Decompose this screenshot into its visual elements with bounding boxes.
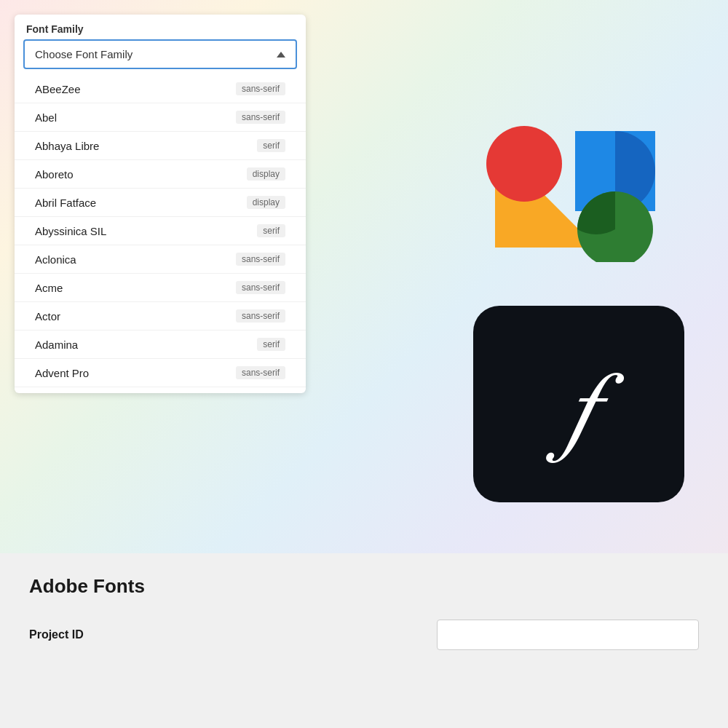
svg-point-1 bbox=[486, 126, 562, 202]
project-id-row: Project ID bbox=[29, 620, 699, 650]
font-list: ABeeZeesans-serifAbelsans-serifAbhaya Li… bbox=[15, 75, 306, 393]
fontspring-f-icon: 𝑓 bbox=[565, 357, 593, 459]
adobe-fonts-title: Adobe Fonts bbox=[29, 575, 699, 598]
font-name: Abhaya Libre bbox=[35, 140, 99, 152]
font-name: Abril Fatface bbox=[35, 197, 96, 209]
font-name: Acme bbox=[35, 282, 63, 294]
font-family-panel: Font Family Choose Font Family ABeeZeesa… bbox=[15, 15, 306, 393]
font-category-badge: sans-serif bbox=[236, 309, 285, 323]
font-category-badge: sans-serif bbox=[236, 253, 285, 266]
chevron-up-icon bbox=[277, 52, 285, 58]
font-name: Abel bbox=[35, 111, 57, 124]
font-category-badge: serif bbox=[257, 338, 285, 351]
font-name: Aclonica bbox=[35, 253, 76, 266]
font-list-item[interactable]: Acmesans-serif bbox=[15, 274, 306, 302]
font-list-item[interactable]: Abyssinica SILserif bbox=[15, 217, 306, 245]
font-category-badge: sans-serif bbox=[236, 366, 285, 379]
font-family-label: Font Family bbox=[15, 15, 306, 39]
font-name: Aboreto bbox=[35, 168, 74, 181]
project-id-input[interactable] bbox=[437, 620, 699, 650]
font-name: Adamina bbox=[35, 339, 78, 351]
font-category-badge: serif bbox=[257, 139, 285, 152]
font-list-item[interactable]: Aboretodisplay bbox=[15, 160, 306, 189]
font-category-badge: sans-serif bbox=[236, 111, 285, 124]
dropdown-placeholder-text: Choose Font Family bbox=[35, 48, 132, 60]
font-list-item[interactable]: Abelsans-serif bbox=[15, 103, 306, 132]
font-category-badge: sans-serif bbox=[236, 281, 285, 294]
bottom-section: Adobe Fonts Project ID bbox=[0, 553, 728, 728]
font-name: Abyssinica SIL bbox=[35, 225, 106, 237]
font-list-item[interactable]: Abril Fatfacedisplay bbox=[15, 189, 306, 217]
font-category-badge: display bbox=[247, 167, 285, 181]
font-list-item[interactable]: Aclonicasans-serif bbox=[15, 245, 306, 274]
font-category-badge: serif bbox=[257, 224, 285, 237]
project-id-label: Project ID bbox=[29, 628, 84, 641]
font-name: Actor bbox=[35, 310, 60, 323]
font-list-item[interactable]: Abhaya Libreserif bbox=[15, 132, 306, 160]
top-section: Font Family Choose Font Family ABeeZeesa… bbox=[0, 0, 728, 553]
fontspring-box: 𝑓 bbox=[473, 306, 684, 502]
font-name: ABeeZee bbox=[35, 83, 81, 95]
font-name: Advent Pro bbox=[35, 367, 89, 379]
google-fonts-logo bbox=[451, 87, 684, 277]
font-category-badge: sans-serif bbox=[236, 82, 285, 95]
font-list-item[interactable]: Adaminaserif bbox=[15, 331, 306, 359]
font-category-badge: display bbox=[247, 196, 285, 209]
font-list-item[interactable]: ABeeZeesans-serif bbox=[15, 75, 306, 103]
font-family-dropdown[interactable]: Choose Font Family bbox=[23, 39, 297, 69]
font-list-item[interactable]: Advent Prosans-serif bbox=[15, 359, 306, 387]
fontspring-logo: 𝑓 bbox=[473, 306, 692, 510]
font-list-item[interactable]: Actorsans-serif bbox=[15, 302, 306, 331]
